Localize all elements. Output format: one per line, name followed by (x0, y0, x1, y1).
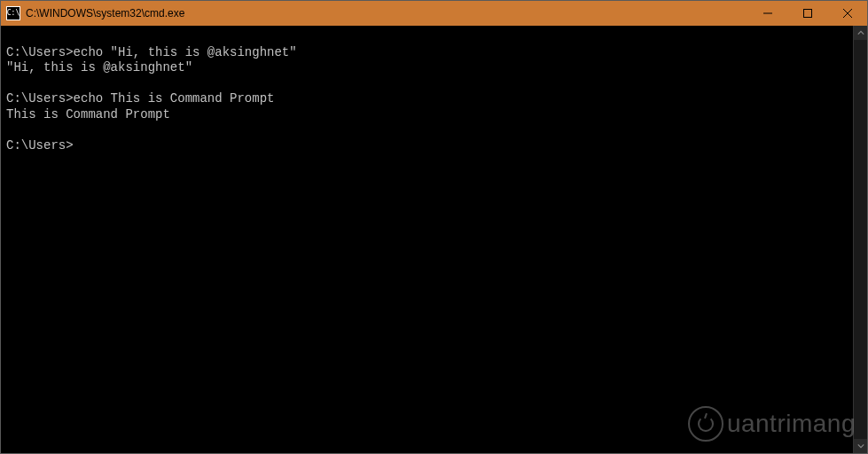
cmd-icon: C:\ (6, 6, 20, 20)
cmd-window: C:\ C:\WINDOWS\system32\cmd.exe C:\Users… (0, 0, 868, 454)
close-button[interactable] (827, 1, 867, 26)
scroll-track[interactable] (854, 40, 867, 439)
window-title: C:\WINDOWS\system32\cmd.exe (26, 7, 747, 20)
scroll-up-button[interactable] (854, 26, 867, 40)
minimize-button[interactable] (747, 1, 787, 26)
content-area: C:\Users>echo "Hi, this is @aksinghnet""… (1, 26, 867, 453)
maximize-button[interactable] (787, 1, 827, 26)
maximize-icon (803, 9, 812, 18)
terminal-line: This is Command Prompt (6, 107, 848, 123)
vertical-scrollbar[interactable] (853, 26, 867, 453)
titlebar[interactable]: C:\ C:\WINDOWS\system32\cmd.exe (1, 1, 867, 26)
terminal-output[interactable]: C:\Users>echo "Hi, this is @aksinghnet""… (1, 26, 853, 453)
window-controls (747, 1, 867, 26)
terminal-line: "Hi, this is @aksinghnet" (6, 60, 848, 76)
chevron-up-icon (857, 29, 864, 36)
terminal-line: C:\Users>echo This is Command Prompt (6, 91, 848, 107)
terminal-line (6, 122, 848, 138)
chevron-down-icon (857, 442, 864, 450)
terminal-line: C:\Users> (6, 138, 848, 154)
minimize-icon (763, 9, 772, 18)
terminal-line (6, 76, 848, 92)
terminal-line: C:\Users>echo "Hi, this is @aksinghnet" (6, 45, 848, 61)
svg-rect-1 (803, 10, 811, 18)
terminal-line (6, 29, 848, 45)
scroll-down-button[interactable] (854, 439, 867, 453)
close-icon (843, 9, 852, 18)
